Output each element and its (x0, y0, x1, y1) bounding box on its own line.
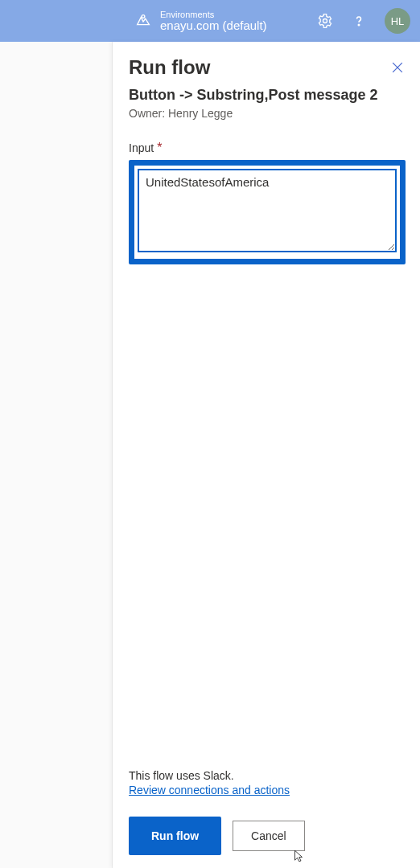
close-icon[interactable] (389, 59, 406, 76)
flow-owner: Owner: Henry Legge (129, 107, 406, 120)
panel-title: Run flow (129, 56, 210, 79)
environment-selector[interactable]: Environments enayu.com (default) (134, 10, 267, 33)
environment-name: enayu.com (default) (160, 19, 267, 33)
avatar[interactable]: HL (385, 8, 410, 34)
cancel-button[interactable]: Cancel (233, 821, 305, 851)
environment-text: Environments enayu.com (default) (160, 10, 267, 33)
background-left (0, 42, 113, 868)
input-label: Input (129, 141, 154, 154)
flow-name: Button -> Substring,Post message 2 (129, 87, 406, 104)
panel-spacer (129, 264, 406, 769)
input-textarea[interactable] (138, 169, 397, 252)
input-field-group: Input* (129, 141, 406, 264)
gear-icon[interactable] (317, 13, 333, 29)
run-flow-button[interactable]: Run flow (134, 821, 216, 850)
svg-point-0 (142, 15, 145, 18)
svg-point-1 (323, 19, 327, 23)
content-area: Run flow Button -> Substring,Post messag… (0, 42, 420, 868)
run-flow-panel: Run flow Button -> Substring,Post messag… (113, 42, 420, 868)
required-indicator: * (157, 141, 162, 154)
review-connections-link[interactable]: Review connections and actions (129, 784, 290, 796)
svg-point-2 (358, 24, 359, 25)
input-label-row: Input* (129, 141, 406, 155)
panel-footer: This flow uses Slack. Review connections… (129, 769, 406, 855)
run-button-highlight: Run flow (129, 817, 221, 855)
environment-icon (134, 12, 152, 30)
app-header: Environments enayu.com (default) HL (0, 0, 420, 42)
environment-label: Environments (160, 10, 267, 19)
header-actions: HL (317, 8, 410, 34)
input-highlight (129, 160, 406, 264)
footer-note: This flow uses Slack. (129, 769, 406, 782)
button-row: Run flow Cancel (129, 817, 406, 855)
help-icon[interactable] (351, 13, 367, 29)
